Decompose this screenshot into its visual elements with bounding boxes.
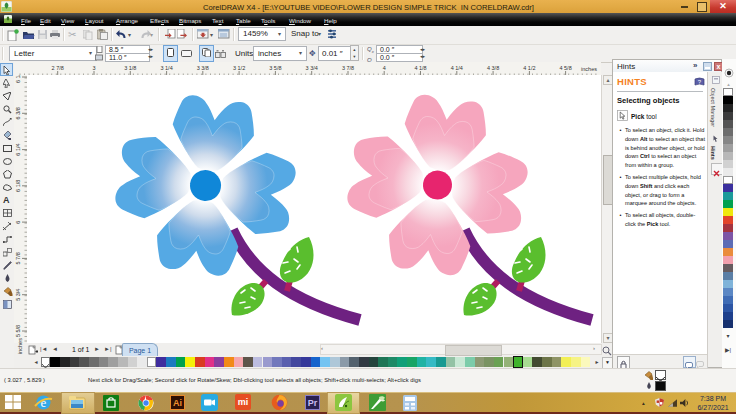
svg-text:4: 4 bbox=[383, 65, 386, 71]
svg-text:6 1/8: 6 1/8 bbox=[15, 180, 21, 192]
svg-text:5 7/8: 5 7/8 bbox=[15, 252, 21, 264]
svg-text:3 1/4: 3 1/4 bbox=[160, 65, 172, 71]
svg-text:3 3/8: 3 3/8 bbox=[197, 65, 209, 71]
svg-text:inches: inches bbox=[581, 66, 597, 72]
svg-text:6: 6 bbox=[15, 221, 21, 224]
svg-text:2 7/8: 2 7/8 bbox=[52, 65, 64, 71]
svg-text:4 5/8: 4 5/8 bbox=[559, 65, 571, 71]
svg-text:3 1/2: 3 1/2 bbox=[233, 65, 245, 71]
svg-text:3: 3 bbox=[92, 65, 95, 71]
svg-text:3 7/8: 3 7/8 bbox=[342, 65, 354, 71]
svg-text:4 1/2: 4 1/2 bbox=[523, 65, 535, 71]
svg-text:3 1/8: 3 1/8 bbox=[124, 65, 136, 71]
svg-text:6 1/4: 6 1/4 bbox=[15, 143, 21, 155]
svg-text:e: e bbox=[41, 395, 47, 410]
svg-text:5 5/8: 5 5/8 bbox=[15, 325, 21, 337]
svg-text:4 1/8: 4 1/8 bbox=[414, 65, 426, 71]
svg-text:4 3/8: 4 3/8 bbox=[487, 65, 499, 71]
svg-text:4 1/4: 4 1/4 bbox=[451, 65, 463, 71]
svg-text:3 3/4: 3 3/4 bbox=[306, 65, 318, 71]
svg-text:6 1/2: 6 1/2 bbox=[15, 75, 21, 83]
svg-text:5 3/4: 5 3/4 bbox=[15, 289, 21, 301]
svg-text:6 3/8: 6 3/8 bbox=[15, 107, 21, 119]
svg-text:3 5/8: 3 5/8 bbox=[269, 65, 281, 71]
